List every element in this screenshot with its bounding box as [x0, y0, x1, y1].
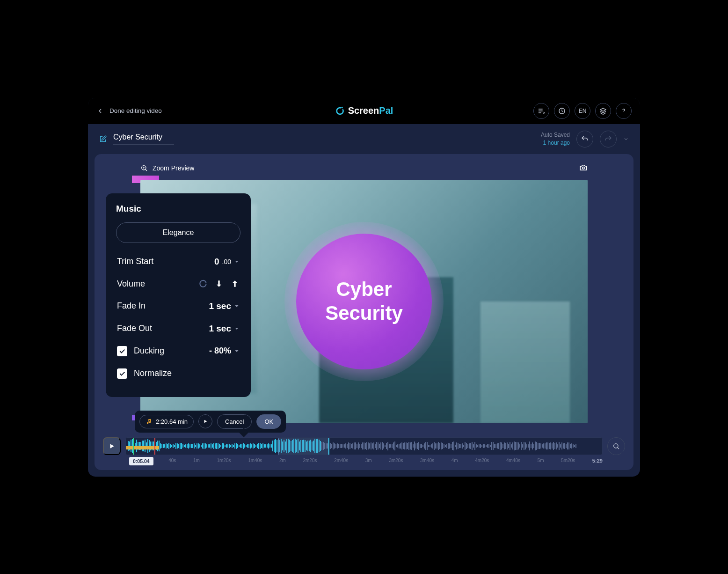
waveform-track[interactable] — [125, 437, 603, 455]
ducking-checkbox[interactable] — [117, 346, 127, 356]
volume-row: Volume — [116, 273, 240, 295]
dropdown-icon — [234, 303, 240, 309]
language-button[interactable]: EN — [575, 103, 590, 119]
title-circle: Cyber Security — [296, 234, 432, 369]
cancel-button[interactable]: Cancel — [217, 414, 252, 429]
check-icon — [118, 347, 126, 355]
brand-logo: ScreenPal — [335, 105, 393, 116]
check-icon — [118, 370, 126, 377]
redo-icon — [604, 135, 612, 143]
title-text: Cyber Security — [325, 278, 403, 325]
marker-red[interactable] — [154, 437, 155, 455]
fade-out-row: Fade Out 1 sec — [116, 317, 240, 340]
fade-in-row: Fade In 1 sec — [116, 295, 240, 317]
ruler-tick: 40s — [168, 458, 176, 464]
trim-start-row: Trim Start 0.00 — [116, 250, 240, 273]
project-title[interactable]: Cyber Security — [113, 133, 174, 145]
autosave-text: Auto Saved 1 hour ago — [541, 131, 570, 147]
selection-range[interactable] — [278, 438, 328, 455]
back-arrow-icon — [96, 107, 104, 115]
ruler-tick: 4m20s — [475, 458, 489, 464]
music-note-icon — [146, 418, 152, 425]
current-time-badge: 0:05.04 — [129, 457, 153, 465]
end-time: 5:29 — [592, 458, 603, 464]
normalize-row: Normalize — [116, 362, 240, 385]
autosave-group: Auto Saved 1 hour ago — [541, 131, 629, 147]
top-actions: EN — [533, 103, 632, 119]
ruler-tick: 4m — [451, 458, 458, 464]
bg-element — [480, 302, 570, 423]
ruler-tick: 2m40s — [334, 458, 348, 464]
timeline-search-button[interactable] — [607, 437, 625, 455]
undo-button[interactable] — [576, 131, 593, 147]
ruler-tick: 1m — [193, 458, 200, 464]
volume-up-icon[interactable] — [230, 279, 240, 288]
playhead[interactable] — [328, 437, 329, 455]
time-ruler: 0:05.04 . 20s40s1m1m20s1m40s2m2m20s2m40s… — [125, 458, 603, 464]
back-label: Done editing video — [109, 107, 162, 114]
trim-start-value[interactable]: 0.00 — [214, 257, 240, 267]
dropdown-icon — [234, 348, 240, 354]
help-button[interactable] — [616, 103, 632, 119]
svg-point-3 — [614, 443, 618, 448]
normalize-checkbox[interactable] — [117, 368, 127, 379]
svg-point-2 — [582, 167, 585, 169]
timeline-play-button[interactable] — [103, 437, 121, 455]
volume-reset-icon[interactable] — [198, 279, 208, 288]
ruler-tick: 3m40s — [420, 458, 434, 464]
camera-icon — [579, 163, 588, 172]
marker-green[interactable] — [133, 437, 134, 455]
fade-in-value[interactable]: 1 sec — [209, 301, 240, 311]
play-icon — [109, 443, 115, 449]
history-button[interactable] — [554, 103, 570, 119]
undo-icon — [581, 135, 589, 143]
layers-icon — [599, 107, 607, 115]
ruler-tick: 3m20s — [389, 458, 403, 464]
timeline: 0:05.04 . 20s40s1m1m20s1m40s2m2m20s2m40s… — [95, 437, 633, 464]
play-icon — [203, 419, 208, 424]
app-window: Done editing video ScreenPal EN Cyber Se… — [88, 98, 640, 477]
ruler-tick: 4m40s — [506, 458, 520, 464]
brand-mark-icon — [335, 106, 345, 116]
ruler-tick: 1m20s — [217, 458, 231, 464]
ruler-tick: 5m — [538, 458, 544, 464]
music-duration-chip[interactable]: 2:20.64 min — [139, 415, 194, 428]
music-action-bar: 2:20.64 min Cancel OK — [135, 411, 286, 433]
ruler-tick: 1m40s — [248, 458, 262, 464]
volume-down-icon[interactable] — [214, 279, 224, 288]
ducking-value[interactable]: - 80% — [209, 346, 240, 356]
dropdown-icon — [234, 326, 240, 331]
autosave-time: 1 hour ago — [541, 139, 570, 147]
history-menu-toggle[interactable] — [623, 136, 629, 142]
edit-icon[interactable] — [99, 135, 107, 143]
ruler-tick: 5m20s — [561, 458, 575, 464]
zoom-preview-label[interactable]: Zoom Preview — [153, 164, 194, 172]
preview-play-button[interactable] — [198, 414, 212, 428]
redo-button[interactable] — [600, 131, 617, 147]
topbar: Done editing video ScreenPal EN — [88, 98, 640, 124]
search-icon — [612, 442, 620, 450]
ok-button[interactable]: OK — [256, 414, 281, 429]
question-icon — [620, 107, 627, 115]
ruler-tick: 2m — [279, 458, 286, 464]
fade-out-value[interactable]: 1 sec — [209, 324, 240, 334]
preview-header: Zoom Preview — [103, 162, 625, 180]
ducking-row: Ducking - 80% — [116, 340, 240, 362]
layers-button[interactable] — [595, 103, 611, 119]
snapshot-button[interactable] — [579, 163, 588, 173]
clock-icon — [558, 107, 566, 115]
titlebar: Cyber Security Auto Saved 1 hour ago — [88, 124, 640, 154]
ruler-tick: 3m — [365, 458, 372, 464]
zoom-preview-icon[interactable] — [140, 164, 148, 172]
music-panel-title: Music — [116, 204, 240, 214]
playlist-button[interactable] — [533, 103, 549, 119]
back-button[interactable]: Done editing video — [96, 107, 162, 115]
playlist-icon — [538, 107, 545, 115]
autosave-label: Auto Saved — [541, 131, 570, 139]
dropdown-icon — [234, 259, 240, 265]
ruler-tick: 2m20s — [303, 458, 317, 464]
track-select-button[interactable]: Elegance — [116, 222, 240, 243]
music-panel: Music Elegance Trim Start 0.00 Volume Fa… — [106, 193, 251, 397]
